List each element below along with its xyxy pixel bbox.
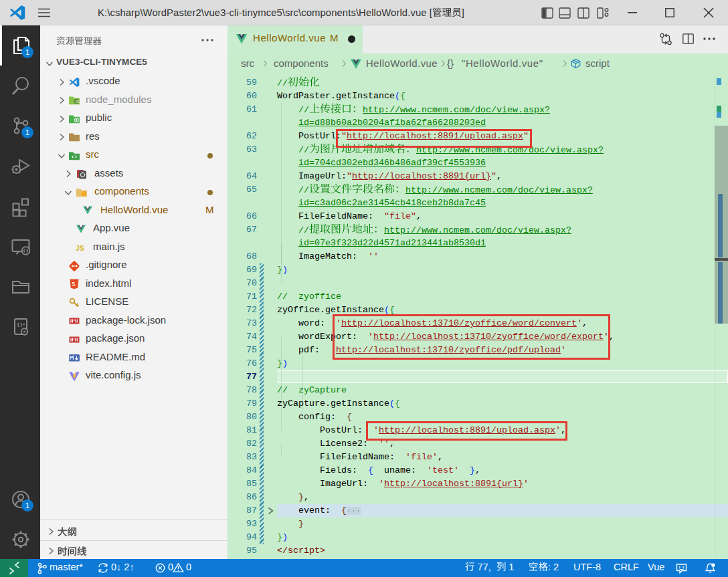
svg-text:JS: JS <box>75 100 80 104</box>
svg-text:JS: JS <box>76 244 84 252</box>
svg-text:5: 5 <box>72 281 76 287</box>
